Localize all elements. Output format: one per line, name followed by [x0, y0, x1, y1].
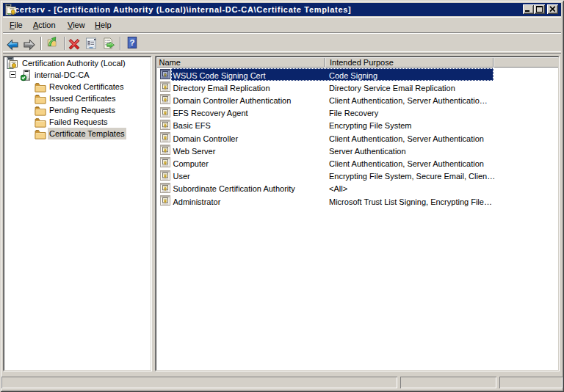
svg-text:?: ? — [129, 38, 134, 47]
